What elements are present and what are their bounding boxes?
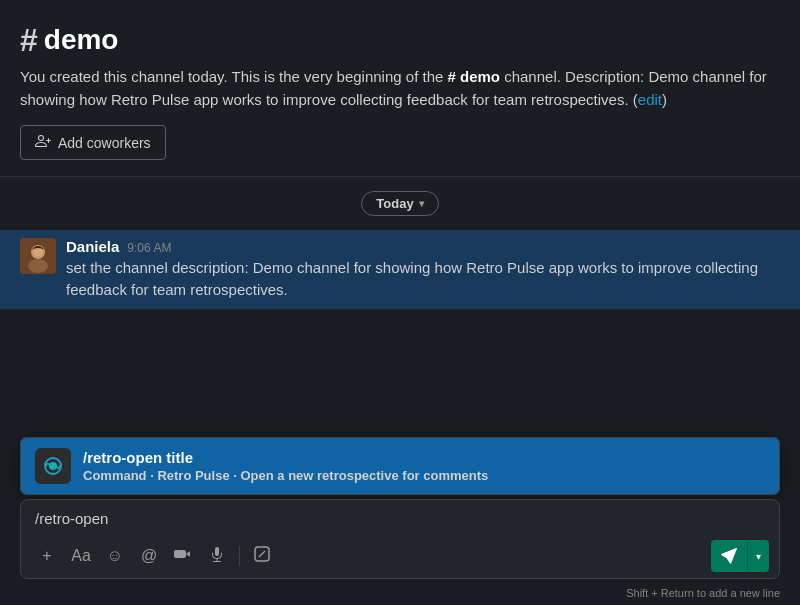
- send-button-group: ▾: [711, 540, 769, 572]
- emoji-icon: ☺: [107, 547, 123, 565]
- retro-pulse-icon: [35, 448, 71, 484]
- send-dropdown-button[interactable]: ▾: [747, 540, 769, 572]
- autocomplete-command-title: /retro-open title: [83, 449, 765, 466]
- input-toolbar: + Aa ☺ @: [21, 536, 779, 578]
- video-icon: [174, 545, 192, 567]
- avatar: [20, 238, 56, 274]
- toolbar-divider: [239, 546, 240, 566]
- message-content: Daniela 9:06 AM set the channel descript…: [66, 238, 780, 301]
- input-value: /retro-open: [35, 510, 108, 527]
- description-channel-ref: # demo: [448, 68, 501, 85]
- video-button[interactable]: [167, 540, 199, 572]
- add-coworkers-button[interactable]: Add coworkers: [20, 125, 166, 160]
- today-label: Today: [376, 196, 413, 211]
- today-chevron-icon: ▾: [419, 198, 424, 209]
- add-person-icon: [35, 133, 51, 152]
- svg-line-8: [259, 551, 265, 557]
- text-format-icon: Aa: [71, 547, 91, 565]
- message-time: 9:06 AM: [127, 241, 171, 255]
- send-button[interactable]: [711, 540, 747, 572]
- add-coworkers-label: Add coworkers: [58, 135, 151, 151]
- messages-area: Today ▾ Daniela 9:06 AM set the channel …: [0, 177, 800, 435]
- slash-icon: [254, 546, 270, 566]
- description-prefix: You created this channel today. This is …: [20, 68, 448, 85]
- svg-point-2: [28, 259, 48, 273]
- send-chevron-icon: ▾: [756, 551, 761, 562]
- add-button[interactable]: +: [31, 540, 63, 572]
- mic-button[interactable]: [201, 540, 233, 572]
- mic-icon: [209, 546, 225, 566]
- shift-return-hint: Shift + Return to add a new line: [0, 587, 800, 605]
- message-author: Daniela: [66, 238, 119, 255]
- channel-name: demo: [44, 24, 119, 56]
- plus-icon: +: [42, 547, 51, 565]
- autocomplete-item-content: /retro-open title Command · Retro Pulse …: [83, 449, 765, 483]
- channel-title: # demo: [20, 24, 780, 56]
- mention-icon: @: [141, 547, 157, 565]
- message-header: Daniela 9:06 AM: [66, 238, 780, 255]
- message-input[interactable]: /retro-open: [21, 500, 779, 536]
- description-suffix: ): [662, 91, 667, 108]
- edit-link[interactable]: edit: [638, 91, 662, 108]
- message-row: Daniela 9:06 AM set the channel descript…: [0, 230, 800, 309]
- message-input-area: /retro-open + Aa ☺ @: [20, 499, 780, 579]
- shift-return-text: Shift + Return to add a new line: [626, 587, 780, 599]
- autocomplete-command-subtitle: Command · Retro Pulse · Open a new retro…: [83, 468, 765, 483]
- text-format-button[interactable]: Aa: [65, 540, 97, 572]
- hash-icon: #: [20, 24, 38, 56]
- emoji-button[interactable]: ☺: [99, 540, 131, 572]
- channel-intro: # demo You created this channel today. T…: [0, 0, 800, 177]
- mention-button[interactable]: @: [133, 540, 165, 572]
- slash-button[interactable]: [246, 540, 278, 572]
- today-divider: Today ▾: [0, 177, 800, 230]
- autocomplete-popup: /retro-open title Command · Retro Pulse …: [20, 437, 780, 495]
- message-text: set the channel description: Demo channe…: [66, 257, 780, 301]
- today-pill[interactable]: Today ▾: [361, 191, 438, 216]
- channel-description: You created this channel today. This is …: [20, 66, 780, 111]
- autocomplete-item[interactable]: /retro-open title Command · Retro Pulse …: [21, 438, 779, 494]
